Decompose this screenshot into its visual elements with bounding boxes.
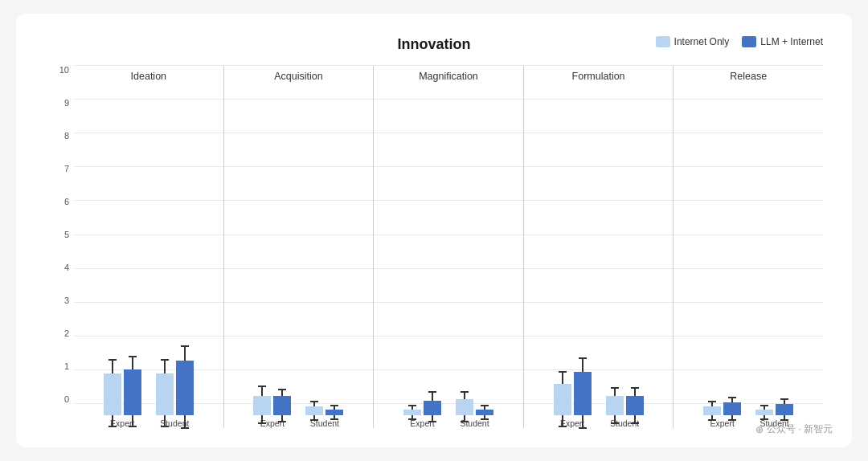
error-bar-up-llm-internet — [281, 389, 283, 396]
legend-item-internet-only: Internet Only — [656, 36, 730, 47]
bar-llm-internet — [176, 361, 194, 415]
groups-row: ExpertStudent — [374, 90, 523, 428]
bar-llm-internet — [273, 396, 291, 415]
bars-pair — [456, 118, 493, 415]
y-tick: 9 — [45, 99, 74, 108]
category-label: Magnification — [374, 71, 523, 82]
group: Student — [305, 118, 343, 428]
error-bar-down-llm-internet — [132, 415, 133, 427]
error-bar-down-internet-only — [562, 415, 563, 427]
watermark-text: 公众号 · 新智元 — [767, 422, 833, 436]
error-bar-down-internet-only — [614, 415, 616, 424]
y-tick: 0 — [45, 395, 74, 404]
bars-pair — [305, 118, 343, 415]
bar-llm-internet — [723, 402, 741, 415]
error-bar-up-llm-internet — [132, 356, 133, 369]
y-tick: 6 — [45, 198, 74, 206]
bar-wrapper-internet-only — [554, 118, 571, 415]
bar-wrapper-llm-internet — [723, 118, 741, 415]
bar-wrapper-internet-only — [703, 118, 721, 415]
bars-pair — [403, 118, 441, 415]
error-bar-down-llm-internet — [281, 415, 283, 422]
error-bar-up-llm-internet — [634, 387, 636, 396]
group: Student — [755, 118, 793, 428]
error-bar-down-llm-internet — [634, 415, 636, 424]
error-bar-up-llm-internet — [184, 345, 186, 361]
error-bar-down-llm-internet — [334, 415, 335, 420]
group: Expert — [253, 118, 291, 428]
bar-llm-internet — [626, 396, 644, 415]
group: Expert — [104, 118, 141, 428]
bars-pair — [104, 118, 141, 415]
bar-wrapper-internet-only — [156, 118, 174, 415]
bars-pair — [156, 118, 194, 415]
y-tick: 8 — [45, 132, 74, 141]
error-bar-up-llm-internet — [582, 357, 583, 373]
error-bar-up-internet-only — [614, 387, 616, 396]
category-label: Release — [674, 71, 823, 82]
bars-pair — [606, 118, 644, 415]
bar-internet-only — [456, 399, 473, 415]
category-label: Acquisition — [224, 71, 374, 82]
bar-wrapper-llm-internet — [476, 118, 493, 415]
bar-wrapper-llm-internet — [776, 118, 793, 415]
bar-internet-only — [403, 410, 421, 415]
error-bar-up-internet-only — [711, 401, 713, 406]
bar-internet-only — [703, 406, 721, 415]
error-bar-up-llm-internet — [784, 398, 785, 404]
bars-pair — [554, 118, 592, 415]
bar-wrapper-internet-only — [403, 118, 421, 415]
bar-wrapper-internet-only — [606, 118, 624, 415]
groups-row: ExpertStudent — [224, 90, 374, 428]
y-tick: 7 — [45, 165, 74, 173]
y-tick: 1 — [45, 362, 74, 371]
legend-swatch-internet-only — [656, 36, 670, 47]
bar-wrapper-llm-internet — [574, 118, 592, 415]
y-tick: 4 — [45, 263, 74, 272]
y-tick: 5 — [45, 230, 74, 239]
group: Expert — [403, 118, 441, 428]
error-bar-down-llm-internet — [432, 415, 433, 422]
error-bar-up-llm-internet — [334, 405, 335, 410]
error-bar-down-llm-internet — [731, 415, 733, 421]
grid-and-bars: IdeationExpertStudentAcquisitionExpertSt… — [74, 66, 823, 428]
error-bar-up-llm-internet — [484, 405, 485, 410]
error-bar-down-internet-only — [112, 415, 113, 427]
error-bar-down-internet-only — [764, 415, 765, 420]
error-bar-up-internet-only — [411, 405, 413, 410]
error-bar-up-internet-only — [562, 371, 563, 385]
bars-pair — [703, 118, 741, 415]
chart-container: Innovation Internet Only LLM + Internet … — [16, 14, 852, 447]
bar-internet-only — [755, 410, 773, 415]
error-bar-down-llm-internet — [784, 415, 785, 421]
bar-internet-only — [554, 384, 571, 415]
y-axis: 012345678910 — [45, 66, 74, 428]
error-bar-down-llm-internet — [582, 415, 583, 429]
bars-pair — [755, 118, 793, 415]
group: Student — [456, 118, 493, 428]
category-label: Ideation — [74, 71, 223, 82]
group: Student — [606, 118, 644, 428]
bar-llm-internet — [326, 410, 343, 415]
bar-wrapper-llm-internet — [626, 118, 644, 415]
legend-label-llm-internet: LLM + Internet — [760, 36, 823, 47]
chart-header: Innovation Internet Only LLM + Internet — [45, 36, 823, 53]
error-bar-up-internet-only — [112, 359, 113, 374]
y-tick: 2 — [45, 329, 74, 338]
bar-wrapper-internet-only — [305, 118, 323, 415]
groups-row: ExpertStudent — [524, 90, 674, 428]
error-bar-down-internet-only — [164, 415, 166, 427]
groups-row: ExpertStudent — [674, 90, 823, 428]
category-section-formulation: FormulationExpertStudent — [524, 66, 674, 428]
bar-wrapper-llm-internet — [176, 118, 194, 415]
error-bar-down-internet-only — [411, 415, 413, 420]
error-bar-up-llm-internet — [432, 391, 433, 400]
watermark-icon: ⊕ — [755, 424, 764, 435]
bar-internet-only — [606, 396, 624, 415]
bar-wrapper-internet-only — [253, 118, 271, 415]
group: Expert — [554, 118, 592, 428]
groups-row: ExpertStudent — [74, 90, 223, 428]
legend: Internet Only LLM + Internet — [656, 36, 823, 47]
chart-body: 012345678910 IdeationExpertStudentAcquis… — [45, 66, 823, 428]
y-tick: 10 — [45, 66, 74, 75]
